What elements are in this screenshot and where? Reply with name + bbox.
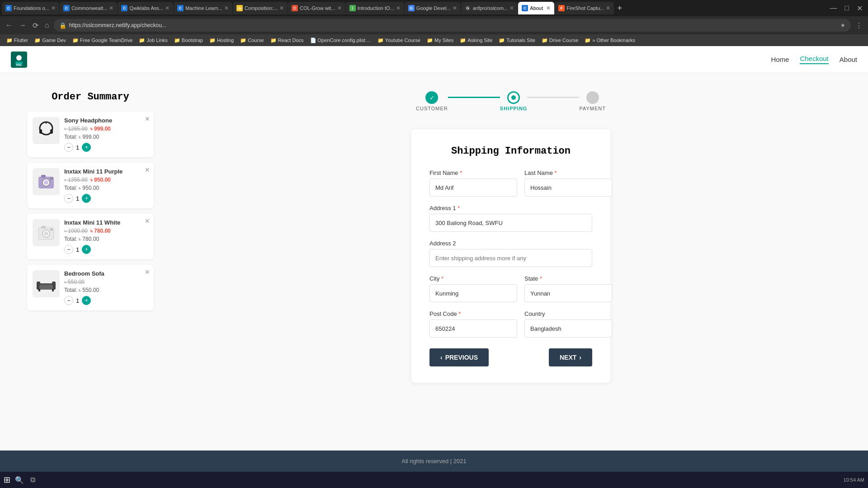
last-name-group: Last Name * xyxy=(524,169,612,197)
tab-introduction[interactable]: I Introduction tO... ✕ xyxy=(346,2,404,14)
next-button[interactable]: NEXT › xyxy=(549,348,592,366)
address1-input[interactable] xyxy=(429,214,592,232)
bookmark-opencore[interactable]: 📄 OpenCore config.plist ... xyxy=(307,37,374,44)
checkout-section: ✓ CUSTOMER SHIPPING PAYMENT Shipping Inf… xyxy=(181,91,841,432)
bookmark-tutorials-site[interactable]: 📁 Tutorials Site xyxy=(496,37,538,44)
tab-github[interactable]: G arifpro/sslcom... ✕ xyxy=(461,2,518,14)
bookmark-bootstrap[interactable]: 📁 Bootstrap xyxy=(171,37,206,44)
windows-start-button[interactable]: ⊞ xyxy=(4,475,10,485)
bookmark-flutter[interactable]: 📁 Flutter xyxy=(4,37,31,44)
qty-increase-button[interactable]: + xyxy=(82,245,91,254)
bookmark-drive-course[interactable]: 📁 Drive Course xyxy=(539,37,581,44)
bookmark-star-icon[interactable]: ★ xyxy=(840,22,845,28)
svg-point-15 xyxy=(44,231,48,236)
qty-increase-button[interactable]: + xyxy=(82,296,91,305)
folder-icon: 📁 xyxy=(240,38,246,43)
tab-commonwealth[interactable]: C Commonwealt... ✕ xyxy=(60,2,117,14)
tab-about[interactable]: C About ✕ xyxy=(518,2,554,14)
qty-value: 1 xyxy=(76,144,79,151)
cart-item-info: Bedroom Sofa ৳ 550.00 Total: ৳ 550.00 − … xyxy=(64,270,148,305)
bookmark-job-links[interactable]: 📁 Job Links xyxy=(136,37,170,44)
qty-increase-button[interactable]: + xyxy=(82,194,91,203)
bookmark-google-drive[interactable]: 📁 Free Google TeamDrive xyxy=(70,37,136,44)
folder-icon: 📁 xyxy=(174,38,180,43)
folder-icon: 📁 xyxy=(139,38,145,43)
back-button[interactable]: ← xyxy=(4,20,14,30)
bookmark-hosting[interactable]: 📁 Hosting xyxy=(207,37,236,44)
tab-machine-learn[interactable]: C Machine Learn... ✕ xyxy=(174,2,232,14)
tab-qwiklabs[interactable]: C Qwiklabs Ass... ✕ xyxy=(118,2,173,14)
state-group: State * xyxy=(524,275,612,302)
last-name-input[interactable] xyxy=(524,178,612,197)
remove-item-button[interactable]: ✕ xyxy=(145,166,150,174)
right-arrow-icon: › xyxy=(579,354,581,361)
postcode-country-row: Post Code * Country xyxy=(429,310,592,338)
svg-rect-21 xyxy=(39,285,53,290)
qty-decrease-button[interactable]: − xyxy=(64,143,73,152)
bookmark-course[interactable]: 📁 Course xyxy=(237,37,266,44)
address2-row: Address 2 xyxy=(429,240,592,267)
nav-checkout[interactable]: Checkout xyxy=(800,55,828,64)
home-browser-button[interactable]: ⌂ xyxy=(43,20,51,30)
folder-icon: 📁 xyxy=(72,38,79,43)
folder-icon: 📁 xyxy=(34,38,41,43)
tab-composition[interactable]: Js Composition:... ✕ xyxy=(233,2,288,14)
tab-google-devel[interactable]: G Google Devel... ✕ xyxy=(405,2,461,14)
maximize-button[interactable]: □ xyxy=(841,4,853,12)
qty-value: 1 xyxy=(76,297,79,304)
tab-fireshot[interactable]: F FireShot Captu... ✕ xyxy=(555,2,614,14)
taskbar: ⊞ 🔍 ⧉ 10:54 AM xyxy=(0,472,868,488)
refresh-button[interactable]: ⟳ xyxy=(31,20,40,31)
state-input[interactable] xyxy=(524,284,612,302)
nav-about[interactable]: About xyxy=(840,56,857,63)
cart-item-qty: − 1 + xyxy=(64,245,148,254)
search-taskbar-icon[interactable]: 🔍 xyxy=(13,476,26,484)
tab-foundations[interactable]: C Foundations o... ✕ xyxy=(2,2,59,14)
sofa-icon xyxy=(35,272,57,295)
task-view-icon[interactable]: ⧉ xyxy=(28,476,37,484)
original-price: ৳ 1265.00 xyxy=(64,126,88,132)
cart-item-total: Total: ৳ 780.00 xyxy=(64,236,148,242)
bookmark-react-docs[interactable]: 📁 React Docs xyxy=(268,37,307,44)
cart-item-qty: − 1 + xyxy=(64,143,148,152)
tab-col-grow[interactable]: C COL-Grow wit... ✕ xyxy=(288,2,345,14)
nav-home[interactable]: Home xyxy=(771,56,789,63)
forward-button[interactable]: → xyxy=(17,20,28,30)
extensions-icon[interactable]: ⋮ xyxy=(854,21,864,30)
remove-item-button[interactable]: ✕ xyxy=(145,268,150,276)
step-shipping-label: SHIPPING xyxy=(500,106,528,111)
minimize-button[interactable]: — xyxy=(826,4,840,12)
cart-item-prices: ৳ 1355.00 ৳ 950.00 xyxy=(64,177,148,183)
tab-bar: C Foundations o... ✕ C Commonwealt... ✕ … xyxy=(0,0,868,16)
checkmark-icon: ✓ xyxy=(429,94,434,101)
address-bar-row: ← → ⟳ ⌂ 🔒 https://sslcommerz.netlify.app… xyxy=(0,16,868,34)
bookmark-asking-site[interactable]: 📁 Asking Site xyxy=(457,37,495,44)
security-lock-icon: 🔒 xyxy=(59,22,66,29)
address2-input[interactable] xyxy=(429,249,592,267)
cart-item-image xyxy=(33,270,60,297)
bookmark-my-sites[interactable]: 📁 My Sites xyxy=(424,37,456,44)
close-button[interactable]: ✕ xyxy=(853,4,866,13)
main-content: Order Summary Sony Headphone ৳ 1265.00 ৳… xyxy=(0,73,868,450)
remove-item-button[interactable]: ✕ xyxy=(145,217,150,225)
qty-decrease-button[interactable]: − xyxy=(64,296,73,305)
bookmark-game-dev[interactable]: 📁 Game Dev xyxy=(32,37,69,44)
new-tab-button[interactable]: + xyxy=(614,4,625,13)
remove-item-button[interactable]: ✕ xyxy=(145,115,150,122)
svg-rect-23 xyxy=(52,289,54,291)
qty-decrease-button[interactable]: − xyxy=(64,245,73,254)
qty-increase-button[interactable]: + xyxy=(82,143,91,152)
address-bar[interactable]: 🔒 https://sslcommerz.netlify.app/checkou… xyxy=(54,19,851,32)
order-summary-panel: Order Summary Sony Headphone ৳ 1265.00 ৳… xyxy=(27,91,154,432)
bookmark-other[interactable]: 📁 » Other Bookmarks xyxy=(582,37,638,44)
qty-decrease-button[interactable]: − xyxy=(64,194,73,203)
cart-item-name: Inxtax Mini 11 Purple xyxy=(64,168,148,175)
country-input[interactable] xyxy=(524,319,612,338)
first-name-input[interactable] xyxy=(429,178,517,197)
bookmark-youtube-course[interactable]: 📁 Youtube Course xyxy=(375,37,424,44)
cart-item-qty: − 1 + xyxy=(64,194,148,203)
city-input[interactable] xyxy=(429,284,517,302)
postcode-label: Post Code * xyxy=(429,310,517,317)
postcode-input[interactable] xyxy=(429,319,517,338)
previous-button[interactable]: ‹ PREVIOUS xyxy=(429,348,489,366)
